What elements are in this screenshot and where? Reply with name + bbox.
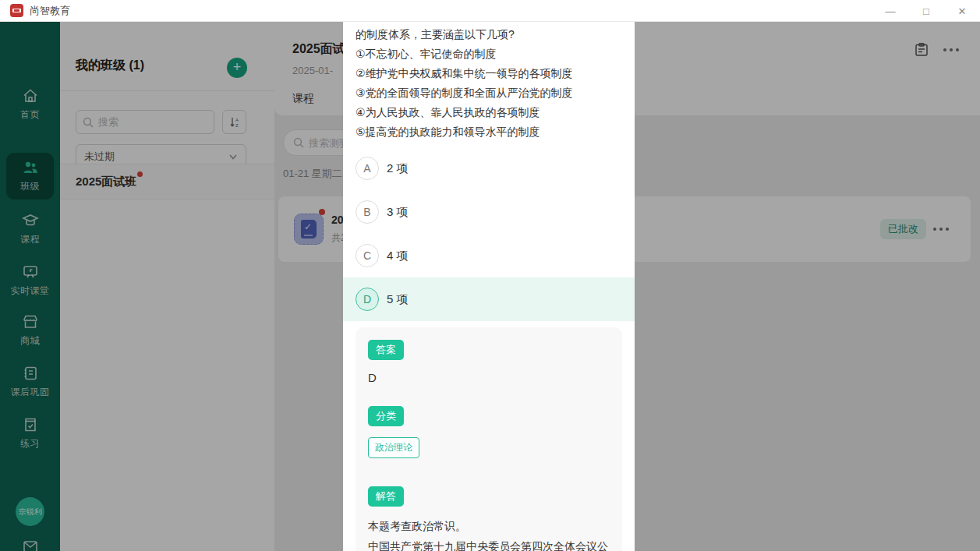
explanation-line: 本题考查政治常识。 <box>368 516 610 536</box>
option-letter: C <box>356 244 379 267</box>
options-list: A 2 项 B 3 项 C 4 项 D 5 项 <box>343 147 635 321</box>
category-tag: 政治理论 <box>368 437 419 458</box>
question-detail-modal: 的制度体系，主要涵盖以下几项? ①不忘初心、牢记使命的制度 ②维护党中央权威和集… <box>343 22 635 551</box>
window-controls: — □ ✕ <box>872 0 980 22</box>
maximize-button[interactable]: □ <box>908 0 944 22</box>
question-line: ⑤提高党的执政能力和领导水平的制度 <box>356 122 622 142</box>
answer-value: D <box>368 371 610 384</box>
explanation-text: 本题考查政治常识。 中国共产党第十九届中央委员会第四次全体会议公 报中指出：“全… <box>368 516 610 551</box>
option-c[interactable]: C 4 项 <box>343 234 635 277</box>
option-text: 3 项 <box>387 205 409 220</box>
option-letter: B <box>356 200 379 224</box>
option-a[interactable]: A 2 项 <box>343 147 635 190</box>
answer-panel: 答案 D 分类 政治理论 解答 本题考查政治常识。 中国共产党第十九届中央委员会… <box>356 327 622 551</box>
option-text: 2 项 <box>387 161 409 176</box>
option-letter: A <box>356 157 379 180</box>
answer-badge: 答案 <box>368 340 404 360</box>
question-line: ③党的全面领导的制度和全面从严治党的制度 <box>356 83 622 103</box>
explanation-badge: 解答 <box>368 486 404 507</box>
option-d-selected[interactable]: D 5 项 <box>343 277 635 321</box>
window-titlebar: 尚智教育 — □ ✕ <box>0 0 980 22</box>
category-badge: 分类 <box>368 406 404 426</box>
question-line: ④为人民执政、靠人民执政的各项制度 <box>356 103 622 122</box>
minimize-button[interactable]: — <box>872 0 908 22</box>
question-line: ②维护党中央权威和集中统一领导的各项制度 <box>356 64 622 83</box>
explanation-line: 中国共产党第十九届中央委员会第四次全体会议公 <box>368 536 610 551</box>
option-letter: D <box>356 288 379 311</box>
question-line: ①不忘初心、牢记使命的制度 <box>356 44 622 64</box>
app-logo-icon <box>10 4 23 17</box>
question-line: 的制度体系，主要涵盖以下几项? <box>356 25 622 44</box>
option-text: 5 项 <box>387 292 409 307</box>
close-button[interactable]: ✕ <box>944 0 980 22</box>
option-text: 4 项 <box>387 249 409 263</box>
option-b[interactable]: B 3 项 <box>343 190 635 234</box>
app-title: 尚智教育 <box>30 4 70 18</box>
question-text: 的制度体系，主要涵盖以下几项? ①不忘初心、牢记使命的制度 ②维护党中央权威和集… <box>343 22 635 142</box>
